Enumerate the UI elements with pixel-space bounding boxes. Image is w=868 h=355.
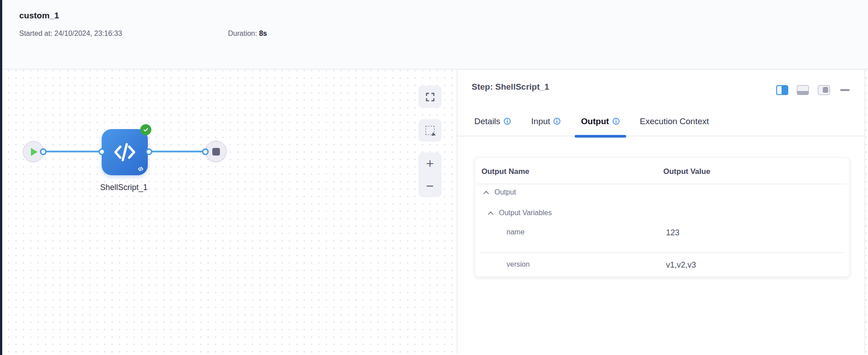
step-details-panel: Step: ShellScript_1 Details Input Output… xyxy=(457,70,864,353)
started-at-value: 24/10/2024, 23:16:33 xyxy=(54,30,122,37)
execution-header: custom_1 Started at: 24/10/2024, 23:16:3… xyxy=(2,0,868,69)
zoom-in-button[interactable]: + xyxy=(418,152,442,175)
step-tabs: Details Input Output Execution Context xyxy=(474,117,709,136)
duration-label: Duration: xyxy=(228,30,257,37)
output-table-card: Output Name Output Value Output Output V… xyxy=(475,157,850,277)
info-icon[interactable] xyxy=(503,117,511,125)
output-value-cell: v1,v2,v3 xyxy=(666,260,696,270)
info-icon[interactable] xyxy=(612,117,620,125)
fullscreen-icon xyxy=(425,92,435,102)
code-icon xyxy=(112,139,138,165)
chevron-up-icon[interactable] xyxy=(488,211,494,215)
app-root: custom_1 Started at: 24/10/2024, 23:16:3… xyxy=(0,0,868,355)
chevron-up-icon[interactable] xyxy=(483,190,489,195)
group-label: Output Variables xyxy=(499,209,552,217)
row-divider xyxy=(481,252,844,253)
fit-to-screen-button[interactable] xyxy=(418,86,442,108)
edge-start-to-step xyxy=(43,151,102,152)
step-panel-title: Step: ShellScript_1 xyxy=(472,82,549,92)
table-header-divider xyxy=(477,184,847,184)
started-at: Started at: 24/10/2024, 23:16:33 xyxy=(19,30,122,38)
zoom-controls: + − xyxy=(418,152,442,197)
group-row-output[interactable]: Output xyxy=(483,188,516,196)
minimize-panel-button[interactable] xyxy=(840,89,850,91)
tab-execution-context[interactable]: Execution Context xyxy=(640,117,709,136)
success-check-icon xyxy=(140,124,151,135)
duration: Duration: 8s xyxy=(228,30,267,38)
edge-step-to-end xyxy=(149,151,206,152)
marquee-select-icon xyxy=(425,126,434,135)
floating-view-icon xyxy=(823,87,828,93)
marquee-select-button[interactable] xyxy=(418,119,442,142)
port-step-in xyxy=(99,148,105,155)
tab-input[interactable]: Input xyxy=(531,117,561,136)
duration-value: 8s xyxy=(259,30,267,37)
tab-details[interactable]: Details xyxy=(474,117,511,136)
started-at-label: Started at: xyxy=(19,30,52,37)
output-value-cell: 123 xyxy=(666,228,679,238)
column-header-output-name: Output Name xyxy=(481,167,529,176)
split-bottom-icon xyxy=(797,91,808,95)
split-right-icon xyxy=(782,86,787,94)
step-node-label: ShellScript_1 xyxy=(80,183,168,192)
zoom-out-button[interactable]: − xyxy=(418,175,442,197)
scrollbar-track[interactable] xyxy=(864,70,865,353)
stop-icon xyxy=(212,148,220,156)
output-name-cell: name xyxy=(507,228,524,236)
output-name-cell: version xyxy=(507,260,530,268)
port-start-out xyxy=(40,148,47,155)
tab-output[interactable]: Output xyxy=(581,117,619,136)
execution-title: custom_1 xyxy=(19,11,59,21)
shellscript-step-node[interactable] xyxy=(102,129,148,175)
panel-divider xyxy=(457,70,457,353)
group-label: Output xyxy=(494,188,516,196)
split-right-view-button[interactable] xyxy=(776,85,788,95)
code-mini-icon xyxy=(138,166,144,172)
port-end-in xyxy=(202,148,209,155)
group-row-output-variables[interactable]: Output Variables xyxy=(488,209,552,217)
column-header-output-value: Output Value xyxy=(663,167,710,176)
floating-view-button[interactable] xyxy=(818,85,830,95)
play-icon xyxy=(31,148,38,156)
split-bottom-view-button[interactable] xyxy=(797,85,809,95)
port-step-out xyxy=(146,148,152,155)
info-icon[interactable] xyxy=(553,117,561,125)
